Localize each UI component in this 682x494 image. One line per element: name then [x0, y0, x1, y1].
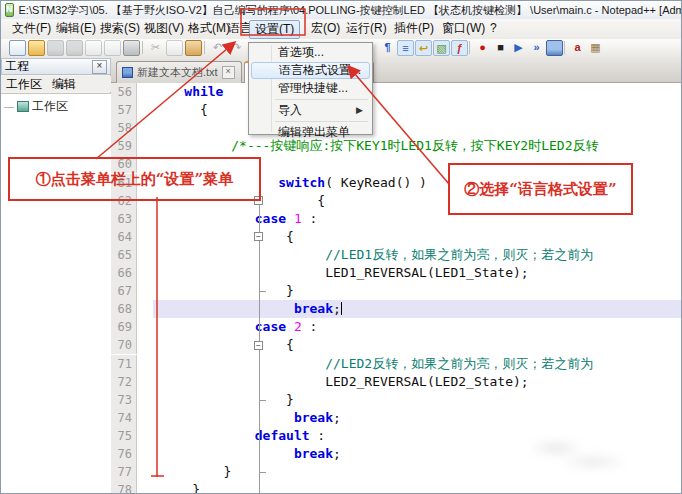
- close-all-icon[interactable]: [104, 40, 121, 56]
- tab-bar: main.c 新建文本文档.txt ×: [111, 58, 682, 83]
- code-line-65[interactable]: 65 //LED1反转，如果之前为亮，则灭；若之前为: [111, 246, 682, 264]
- tab-new-text-document[interactable]: 新建文本文档.txt ×: [116, 61, 242, 83]
- doc-map-icon[interactable]: ▧: [433, 40, 450, 56]
- indent-guide-icon[interactable]: ≡: [397, 40, 414, 56]
- callout-step1-label: ①点击菜单栏上的“设置”菜单: [36, 170, 233, 189]
- menu-item-3[interactable]: 搜索(S): [95, 20, 145, 37]
- code-line-57[interactable]: 57 {: [111, 101, 682, 119]
- menu-item-10[interactable]: 插件(P): [389, 20, 439, 37]
- code-text: }: [153, 391, 682, 409]
- workspace-menu-item[interactable]: 工作区: [6, 76, 42, 93]
- macro-save-icon[interactable]: [546, 40, 563, 56]
- line-number: 76: [111, 445, 137, 463]
- settings-menu-item-2[interactable]: 语言格式设置...: [251, 62, 370, 79]
- show-all-chars-icon[interactable]: ¶: [379, 40, 396, 56]
- settings-menu-item-7[interactable]: 编辑弹出菜单: [251, 124, 370, 141]
- menu-item-12[interactable]: ?: [485, 20, 502, 37]
- code-line-64[interactable]: 64 {: [111, 228, 682, 246]
- tree-item-workspace[interactable]: — 工作区: [1, 94, 111, 115]
- fold-margin-cell: [137, 391, 153, 409]
- line-number: 73: [111, 391, 137, 409]
- workspace-icon: [17, 101, 29, 112]
- line-number: 72: [111, 373, 137, 391]
- print-icon[interactable]: [123, 40, 140, 56]
- fold-collapse-icon[interactable]: −: [254, 341, 263, 350]
- fold-end-mark: [259, 291, 266, 292]
- code-line-58[interactable]: 58: [111, 119, 682, 137]
- settings-menu-item-3[interactable]: 管理快捷键...: [251, 80, 370, 97]
- fold-margin-cell: [137, 409, 153, 427]
- code-line-74[interactable]: 74 break;: [111, 409, 682, 427]
- cut-icon[interactable]: ✂: [147, 40, 164, 56]
- watermark-blur: [496, 426, 646, 481]
- toolbar-separator: [204, 41, 205, 54]
- tab-close-icon[interactable]: ×: [222, 66, 235, 79]
- code-text: }: [153, 481, 682, 494]
- menu-item-1[interactable]: 文件(F): [7, 20, 56, 37]
- project-panel-close-button[interactable]: ×: [92, 60, 107, 74]
- code-line-78[interactable]: 78 }: [111, 481, 682, 494]
- open-file-icon[interactable]: [28, 40, 45, 56]
- line-number: 77: [111, 463, 137, 481]
- close-icon[interactable]: [85, 40, 102, 56]
- edit-menu-item[interactable]: 编辑: [52, 76, 76, 93]
- line-number: 63: [111, 210, 137, 228]
- fold-margin-cell: [137, 210, 153, 228]
- plugin-icon[interactable]: ▦: [587, 40, 604, 56]
- code-line-68[interactable]: 68 break;: [111, 300, 682, 318]
- fold-collapse-icon[interactable]: −: [254, 232, 263, 241]
- code-line-71[interactable]: 71 //LED2反转，如果之前为亮，则灭；若之前为: [111, 355, 682, 373]
- settings-menu-item-1[interactable]: 首选项...: [251, 44, 370, 61]
- callout-step2: ②选择“语言格式设置”: [448, 163, 633, 215]
- code-line-67[interactable]: 67 }: [111, 282, 682, 300]
- code-text: }: [153, 282, 682, 300]
- macro-play-icon[interactable]: ▶: [510, 40, 527, 56]
- toolbar-separator: [564, 41, 565, 54]
- fold-margin-cell: [137, 373, 153, 391]
- new-file-icon[interactable]: [9, 40, 26, 56]
- fold-margin-cell: [137, 137, 153, 155]
- function-list-icon[interactable]: ƒ: [451, 40, 468, 56]
- copy-icon[interactable]: [166, 40, 183, 56]
- undo-icon[interactable]: ↶: [209, 40, 226, 56]
- code-line-70[interactable]: 70 {: [111, 336, 682, 354]
- code-line-66[interactable]: 66 LED1_REVERSAL(LED1_State);: [111, 264, 682, 282]
- macro-stop-icon[interactable]: ■: [492, 40, 509, 56]
- line-number: 56: [111, 83, 137, 101]
- save-all-icon[interactable]: [66, 40, 83, 56]
- settings-menu-item-5[interactable]: 导入▶: [251, 102, 370, 119]
- code-line-72[interactable]: 72 LED2_REVERSAL(LED2_State);: [111, 373, 682, 391]
- line-number: 71: [111, 355, 137, 373]
- menu-item-4[interactable]: 视图(V): [139, 20, 189, 37]
- toolbar-separator: [469, 41, 470, 54]
- menu-item-2[interactable]: 编辑(E): [51, 20, 101, 37]
- menu-item-8[interactable]: 宏(O): [306, 20, 345, 37]
- paste-icon[interactable]: [185, 40, 202, 56]
- code-text: break;: [153, 409, 682, 427]
- project-panel-menu: 工作区 编辑: [1, 76, 116, 92]
- spell-check-icon[interactable]: a: [569, 40, 586, 56]
- menu-separator: [275, 121, 368, 122]
- word-wrap-icon[interactable]: ↩: [415, 40, 432, 56]
- code-text: /*---按键响应:按下KEY1时LED1反转，按下KEY2时LED2反转: [153, 137, 682, 155]
- code-line-73[interactable]: 73 }: [111, 391, 682, 409]
- line-number: 69: [111, 318, 137, 336]
- line-number: 65: [111, 246, 137, 264]
- fold-margin-cell: [137, 228, 153, 246]
- macro-record-icon[interactable]: ●: [474, 40, 491, 56]
- redo-icon[interactable]: ↷: [228, 40, 245, 56]
- fold-margin-cell: [137, 101, 153, 119]
- menu-item-11[interactable]: 窗口(W): [437, 20, 490, 37]
- text-caret: [341, 302, 342, 315]
- code-line-59[interactable]: 59 /*---按键响应:按下KEY1时LED1反转，按下KEY2时LED2反转: [111, 137, 682, 155]
- save-icon[interactable]: [47, 40, 64, 56]
- line-number: 66: [111, 264, 137, 282]
- menu-item-7[interactable]: 设置(T): [249, 20, 300, 39]
- macro-run-multiple-icon[interactable]: »: [528, 40, 545, 56]
- code-line-69[interactable]: 69 case 2 :: [111, 318, 682, 336]
- code-text: {: [153, 101, 682, 119]
- menu-item-9[interactable]: 运行(R): [341, 20, 392, 37]
- code-line-56[interactable]: 56 while: [111, 83, 682, 101]
- fold-margin-cell: [137, 83, 153, 101]
- tree-branch: —: [4, 101, 14, 112]
